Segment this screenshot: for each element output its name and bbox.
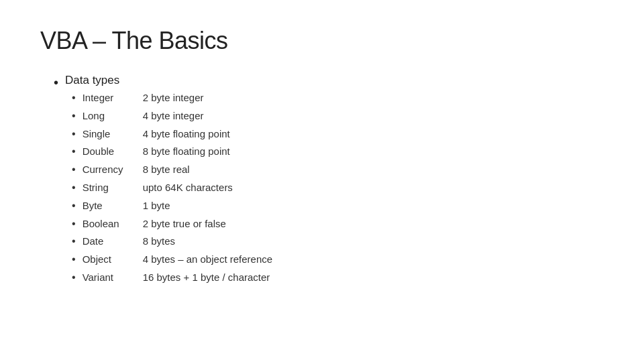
outer-list: • Data types •Integer2 byte integer•Long… — [40, 74, 604, 288]
type-description: 8 bytes — [143, 233, 175, 249]
list-item: •Boolean2 byte true or false — [72, 216, 272, 233]
type-description: 8 byte floating point — [143, 143, 230, 159]
type-description: 4 bytes – an object reference — [143, 251, 272, 267]
type-name: Variant — [83, 269, 143, 285]
list-item: •Stringupto 64K characters — [72, 180, 272, 196]
type-name: String — [83, 180, 143, 195]
list-item: •Integer2 byte integer — [72, 90, 272, 107]
type-description: 4 byte integer — [143, 108, 204, 123]
type-description: 2 byte true or false — [143, 216, 226, 231]
inner-bullet-icon: • — [72, 180, 76, 196]
list-item: •Long4 byte integer — [72, 108, 272, 125]
type-name: Byte — [83, 198, 143, 213]
list-item: •Byte1 byte — [72, 198, 272, 215]
slide: VBA – The Basics • Data types •Integer2 … — [0, 0, 644, 362]
type-description: 2 byte integer — [143, 90, 204, 105]
inner-bullet-icon: • — [72, 126, 76, 143]
inner-bullet-icon: • — [72, 269, 76, 286]
type-name: Double — [83, 143, 143, 159]
type-description: 1 byte — [143, 198, 170, 213]
type-name: Currency — [83, 162, 143, 177]
inner-bullet-icon: • — [72, 90, 76, 107]
type-description: 8 byte real — [143, 162, 190, 177]
inner-bullet-icon: • — [72, 162, 76, 178]
type-name: Integer — [83, 90, 143, 105]
type-name: Long — [83, 108, 143, 123]
data-types-section: • Data types •Integer2 byte integer•Long… — [54, 74, 604, 288]
inner-bullet-icon: • — [72, 198, 76, 215]
type-name: Boolean — [83, 216, 143, 231]
inner-bullet-icon: • — [72, 233, 76, 250]
type-name: Date — [83, 233, 143, 249]
type-description: upto 64K characters — [143, 180, 233, 195]
inner-bullet-icon: • — [72, 143, 76, 160]
type-name: Object — [83, 251, 143, 267]
type-name: Single — [83, 126, 143, 141]
data-types-content: Data types •Integer2 byte integer•Long4 … — [65, 74, 272, 288]
inner-bullet-icon: • — [72, 108, 76, 125]
outer-bullet-icon: • — [54, 74, 58, 91]
list-item: •Variant16 bytes + 1 byte / character — [72, 269, 272, 286]
list-item: •Double8 byte floating point — [72, 143, 272, 160]
inner-bullet-icon: • — [72, 216, 76, 233]
list-item: •Currency8 byte real — [72, 162, 272, 178]
slide-title: VBA – The Basics — [40, 27, 604, 55]
list-item: •Date8 bytes — [72, 233, 272, 250]
list-item: •Object4 bytes – an object reference — [72, 251, 272, 268]
type-description: 16 bytes + 1 byte / character — [143, 269, 270, 285]
type-description: 4 byte floating point — [143, 126, 230, 141]
inner-list: •Integer2 byte integer•Long4 byte intege… — [65, 90, 272, 286]
list-item: •Single4 byte floating point — [72, 126, 272, 143]
inner-bullet-icon: • — [72, 251, 76, 268]
data-types-label: Data types — [65, 74, 119, 86]
